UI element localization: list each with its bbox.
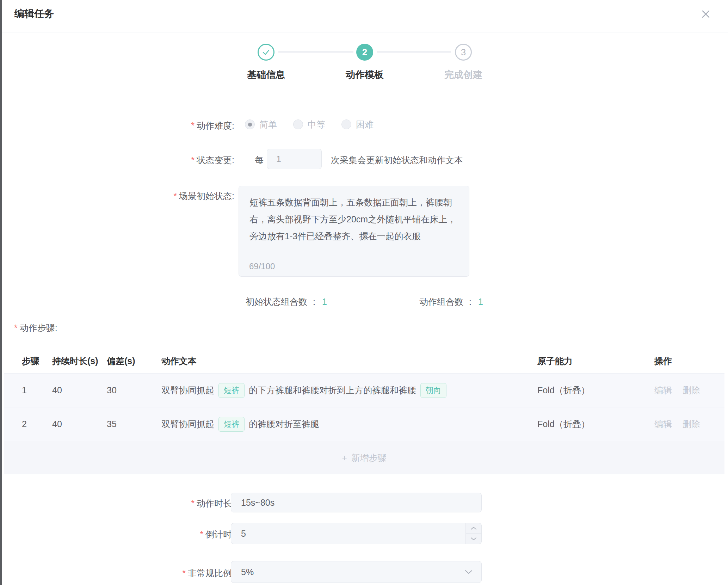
plus-icon: + [342, 453, 347, 463]
step-1-label: 基础信息 [224, 68, 308, 81]
radio-hard-label: 困难 [356, 119, 374, 130]
step-1-indicator [258, 44, 274, 61]
radio-medium-label: 中等 [308, 119, 325, 130]
cell-duration: 40 [52, 419, 107, 429]
col-header-step: 步骤 [22, 355, 52, 367]
radio-icon [293, 119, 303, 129]
required-mark: * [191, 498, 195, 508]
close-icon [700, 8, 711, 20]
required-mark: * [191, 121, 195, 130]
countdown-input[interactable]: 5 [231, 523, 482, 544]
select-arrow [464, 561, 473, 583]
decrease-button[interactable] [466, 534, 482, 544]
table-header-row: 步骤 持续时长(s) 偏差(s) 动作文本 原子能力 操作 [4, 349, 724, 373]
unusual-ratio-value: 5% [241, 567, 254, 577]
step-3-indicator: 3 [455, 44, 472, 61]
add-step-label: 新增步骤 [351, 452, 387, 464]
step-2-indicator: 2 [356, 44, 373, 61]
dialog-title: 编辑任务 [14, 7, 54, 20]
col-header-ability: 原子能力 [537, 355, 654, 367]
cell-step: 2 [22, 419, 52, 429]
table-row: 1 40 30 双臂协同抓起 短裤 的下方裤腿和裤腰对折到上方的裤腿和裤腰 朝向… [4, 373, 724, 407]
check-icon [261, 47, 271, 57]
initial-combo-value: 1 [322, 297, 327, 307]
cell-action-text: 双臂协同抓起 短裤 的下方裤腿和裤腰对折到上方的裤腿和裤腰 朝向 [161, 383, 537, 398]
unusual-ratio-select[interactable]: 5% [231, 561, 482, 583]
step-connector [377, 51, 451, 53]
required-mark: * [173, 191, 177, 201]
col-header-ops: 操作 [654, 355, 724, 367]
step-3-number: 3 [461, 47, 466, 58]
delete-button[interactable]: 删除 [683, 384, 700, 396]
radio-easy-label: 简单 [259, 119, 277, 130]
edit-button[interactable]: 编辑 [654, 384, 672, 396]
cell-step: 1 [22, 385, 52, 395]
initial-state-label: *场景初始状态: [16, 190, 234, 202]
duration-label: *动作时长: [16, 498, 234, 509]
radio-easy[interactable]: 简单 [245, 119, 277, 130]
step-connector [278, 51, 353, 53]
action-combo-count: 动作组合数 ：1 [419, 296, 483, 308]
close-button[interactable] [698, 6, 714, 22]
required-mark: * [200, 529, 203, 539]
cell-ability: Fold（折叠） [537, 418, 654, 430]
char-counter: 69/100 [249, 261, 275, 271]
radio-icon [341, 119, 351, 129]
delete-button[interactable]: 删除 [683, 418, 700, 430]
chevron-down-icon [470, 537, 477, 541]
cell-operations: 编辑 删除 [654, 418, 724, 430]
countdown-label: *倒计时: [16, 529, 234, 540]
edit-task-dialog: 编辑任务 2 3 基础信息 动作模板 完成创 [2, 0, 728, 585]
col-header-deviation: 偏差(s) [107, 355, 161, 367]
steps-table: 步骤 持续时长(s) 偏差(s) 动作文本 原子能力 操作 1 40 30 双臂… [4, 349, 724, 474]
edit-button[interactable]: 编辑 [654, 418, 672, 430]
cell-deviation: 30 [107, 385, 161, 395]
cell-operations: 编辑 删除 [654, 384, 724, 396]
radio-medium[interactable]: 中等 [293, 119, 325, 130]
col-header-text: 动作文本 [161, 355, 537, 367]
cell-deviation: 35 [107, 419, 161, 429]
state-change-label: *状态变更: [16, 154, 234, 166]
difficulty-label: *动作难度: [16, 120, 234, 131]
object-tag: 短裤 [218, 417, 245, 432]
increase-button[interactable] [466, 523, 482, 534]
radio-icon [245, 119, 255, 129]
initial-combo-count: 初始状态组合数 ：1 [246, 296, 327, 308]
add-step-button[interactable]: + 新增步骤 [4, 441, 724, 474]
duration-input[interactable]: 15s~80s [231, 493, 482, 512]
state-change-prefix: 每 [255, 154, 264, 166]
step-3-label: 完成创建 [421, 68, 506, 81]
chevron-down-icon [464, 569, 473, 574]
required-mark: * [14, 323, 18, 333]
number-spinner [465, 523, 482, 544]
step-2-number: 2 [362, 47, 367, 58]
action-steps-label: *动作步骤: [14, 322, 57, 334]
dialog-header: 编辑任务 [2, 0, 728, 32]
required-mark: * [191, 155, 195, 165]
object-tag: 短裤 [218, 383, 245, 398]
page: 编辑任务 2 3 基础信息 动作模板 完成创 [0, 0, 728, 585]
col-header-duration: 持续时长(s) [52, 355, 107, 367]
difficulty-radio-group: 简单 中等 困难 [245, 117, 374, 132]
radio-hard[interactable]: 困难 [341, 119, 374, 130]
table-row: 2 40 35 双臂协同抓起 短裤 的裤腰对折至裤腿 Fold（折叠） 编辑 删… [4, 407, 724, 441]
state-change-input[interactable]: 1 [267, 149, 322, 169]
state-change-suffix: 次采集会更新初始状态和动作文本 [331, 154, 463, 166]
step-2-label: 动作模板 [322, 68, 407, 81]
cell-ability: Fold（折叠） [537, 384, 654, 396]
cell-action-text: 双臂协同抓起 短裤 的裤腰对折至裤腿 [161, 417, 537, 432]
chevron-up-icon [470, 526, 477, 530]
unusual-ratio-label: *非常规比例: [16, 567, 234, 579]
cell-duration: 40 [52, 385, 107, 395]
action-combo-value: 1 [478, 297, 483, 307]
orientation-tag: 朝向 [420, 383, 446, 398]
required-mark: * [182, 568, 186, 578]
